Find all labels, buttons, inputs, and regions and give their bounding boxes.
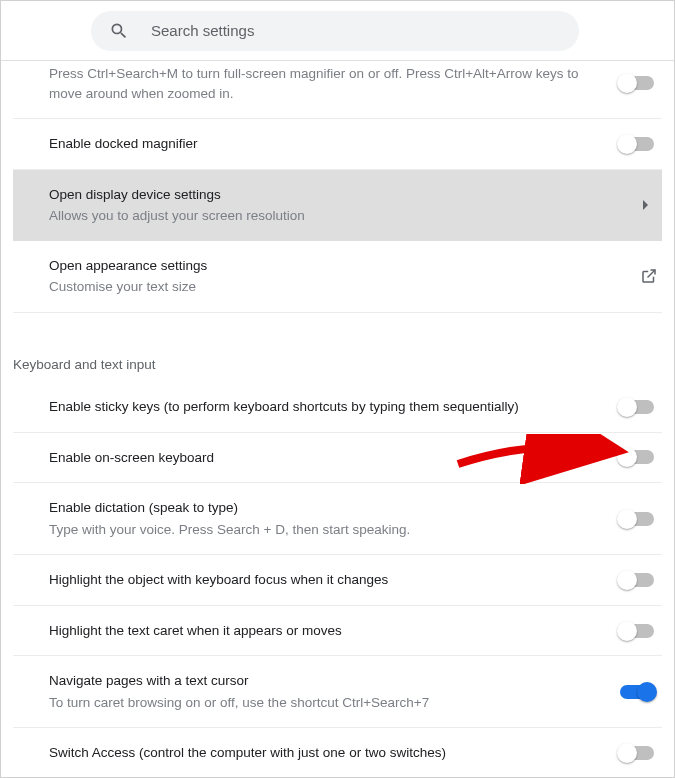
chevron-right-icon [643,200,648,210]
row-sticky-keys[interactable]: Enable sticky keys (to perform keyboard … [13,382,662,433]
row-highlight-caret[interactable]: Highlight the text caret when it appears… [13,606,662,657]
toggle-highlight-focus[interactable] [620,573,654,587]
caret-nav-title: Navigate pages with a text cursor [49,671,608,691]
settings-content: Press Ctrl+Search+M to turn full-screen … [1,61,674,777]
dictation-sub: Type with your voice. Press Search + D, … [49,520,608,540]
open-appearance-title: Open appearance settings [49,256,628,276]
row-docked-magnifier[interactable]: Enable docked magnifier [13,119,662,170]
toggle-onscreen-keyboard[interactable] [620,450,654,464]
search-icon [109,21,129,41]
open-external-icon [640,267,658,285]
toggle-dictation[interactable] [620,512,654,526]
row-highlight-focus[interactable]: Highlight the object with keyboard focus… [13,555,662,606]
search-header [1,1,674,61]
row-caret-navigation[interactable]: Navigate pages with a text cursor To tur… [13,656,662,728]
search-input[interactable] [151,22,561,39]
row-switch-access[interactable]: Switch Access (control the computer with… [13,728,662,777]
highlight-focus-title: Highlight the object with keyboard focus… [49,570,608,590]
toggle-docked-magnifier[interactable] [620,137,654,151]
row-fullscreen-magnifier[interactable]: Press Ctrl+Search+M to turn full-screen … [13,61,662,119]
toggle-switch-access[interactable] [620,746,654,760]
open-display-title: Open display device settings [49,185,631,205]
dictation-title: Enable dictation (speak to type) [49,498,608,518]
toggle-highlight-caret[interactable] [620,624,654,638]
caret-nav-sub: To turn caret browsing on or off, use th… [49,693,608,713]
row-open-display-settings[interactable]: Open display device settings Allows you … [13,170,662,241]
toggle-fullscreen-magnifier[interactable] [620,76,654,90]
onscreen-keyboard-title: Enable on-screen keyboard [49,448,608,468]
row-open-appearance-settings[interactable]: Open appearance settings Customise your … [13,241,662,313]
switch-access-title: Switch Access (control the computer with… [49,743,608,763]
toggle-sticky-keys[interactable] [620,400,654,414]
search-box[interactable] [91,11,579,51]
toggle-caret-navigation[interactable] [620,685,654,699]
docked-magnifier-title: Enable docked magnifier [49,134,608,154]
section-keyboard-title: Keyboard and text input [13,343,662,382]
row-dictation[interactable]: Enable dictation (speak to type) Type wi… [13,483,662,555]
highlight-caret-title: Highlight the text caret when it appears… [49,621,608,641]
sticky-keys-title: Enable sticky keys (to perform keyboard … [49,397,608,417]
open-display-sub: Allows you to adjust your screen resolut… [49,206,631,226]
fullscreen-magnifier-sub: Press Ctrl+Search+M to turn full-screen … [49,64,608,103]
row-onscreen-keyboard[interactable]: Enable on-screen keyboard [13,433,662,484]
open-appearance-sub: Customise your text size [49,277,628,297]
